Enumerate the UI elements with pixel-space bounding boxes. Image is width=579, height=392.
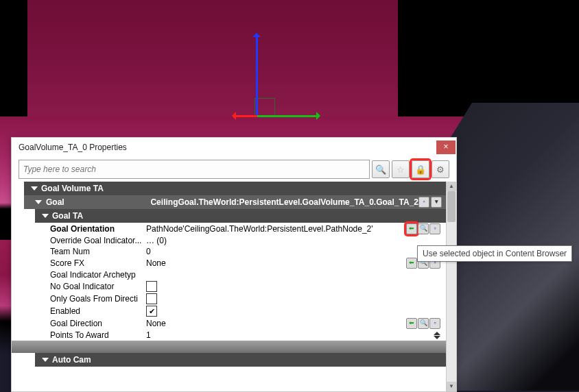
clear-icon[interactable]: ▫ [429,318,440,329]
section-goal-volume-ta[interactable]: Goal Volume TA [24,182,446,195]
property-goal[interactable]: Goal CeilingGoal.TheWorld:PersistentLeve… [24,195,446,209]
caret-icon [42,358,49,362]
property-goal-indicator-archetype[interactable]: Goal Indicator Archetyp [12,269,446,280]
caret-icon [42,214,49,218]
prop-value: 1 [146,330,151,340]
gear-icon: ⚙ [436,164,445,175]
property-team-num[interactable]: Team Num 0 [12,246,446,257]
star-icon: ☆ [397,164,405,175]
close-button[interactable]: × [436,140,456,154]
gizmo-axis-x[interactable] [257,115,319,117]
prop-label: Only Goals From Directi [50,294,146,304]
lock-button[interactable]: 🔒 [412,160,429,178]
tooltip: Use selected object in Content Browser [417,245,572,262]
prop-label: Goal Indicator Archetyp [50,270,146,280]
find-icon[interactable]: 🔍 [418,223,429,234]
scroll-up-icon[interactable]: ▲ [447,182,456,191]
search-icon: 🔍 [375,164,386,175]
transform-gizmo[interactable] [250,34,333,130]
section-divider [12,341,446,353]
use-selected-icon[interactable]: ⬅ [406,318,417,329]
settings-button[interactable]: ⚙ [432,160,449,178]
prop-label: Points To Award [50,330,146,340]
prop-value: 0 [146,247,151,256]
prop-label: No Goal Indicator [50,282,146,291]
prop-label: Goal Orientation [50,224,146,234]
toolbar: 🔍 ☆ 🔒 ⚙ [12,157,456,182]
clear-icon[interactable]: ▫ [429,223,440,234]
scroll-thumb[interactable] [447,191,456,222]
stepper-down-icon[interactable] [434,336,440,339]
property-score-fx[interactable]: Score FX None ⬅ 🔍 ▫ [12,257,446,269]
section-auto-cam[interactable]: Auto Cam [35,353,446,367]
prop-value: PathNode'CeilingGoal.TheWorld:Persistent… [146,224,373,234]
property-goal-orientation[interactable]: Goal Orientation PathNode'CeilingGoal.Th… [12,223,446,235]
stepper-up-icon[interactable] [434,332,440,335]
section-label: Auto Cam [52,355,91,365]
section-goal-ta[interactable]: Goal TA [35,209,446,223]
use-selected-content-browser-button[interactable]: ⬅ [406,223,417,234]
checkbox[interactable]: ✔ [146,306,157,317]
prop-label: Team Num [50,247,146,256]
titlebar[interactable]: GoalVolume_TA_0 Properties × [12,138,456,157]
checkbox[interactable] [146,293,157,304]
find-icon[interactable]: 🔍 [418,318,429,329]
property-goal-direction[interactable]: Goal Direction None ⬅ 🔍 ▫ [12,317,446,330]
property-no-goal-indicator[interactable]: No Goal Indicator [12,280,446,293]
lock-icon: 🔒 [415,164,426,175]
checkbox[interactable] [146,281,157,292]
use-selected-icon[interactable]: ⬅ [406,258,417,269]
properties-window: GoalVolume_TA_0 Properties × 🔍 ☆ 🔒 ⚙ Goa… [11,137,457,392]
prop-label: Override Goal Indicator... [50,236,146,245]
property-only-goals-from-direction[interactable]: Only Goals From Directi [12,293,446,305]
window-title: GoalVolume_TA_0 Properties [19,143,127,152]
search-input[interactable] [19,160,370,179]
property-enabled[interactable]: Enabled ✔ [12,305,446,317]
prop-label: Goal Direction [50,319,146,328]
caret-icon [35,200,42,204]
prop-value: CeilingGoal.TheWorld:PersistentLevel.Goa… [150,197,418,207]
section-label: Goal TA [52,211,83,221]
prop-value: … (0) [146,236,167,245]
gizmo-axis-y[interactable] [233,115,257,117]
gizmo-axis-z[interactable] [256,34,258,117]
prop-label: Enabled [50,306,146,316]
vertical-scrollbar[interactable]: ▲ ▼ [446,182,456,391]
property-points-to-award[interactable]: Points To Award 1 [12,330,446,341]
search-button[interactable]: 🔍 [372,160,390,178]
prop-label: Score FX [50,258,146,268]
caret-down-icon[interactable]: ▾ [431,197,442,208]
scroll-down-icon[interactable]: ▼ [447,382,456,391]
prop-value: None [146,258,166,268]
favorite-button[interactable]: ☆ [392,160,410,178]
tooltip-text: Use selected object in Content Browser [423,249,567,258]
prop-label: Goal [46,197,150,207]
browse-icon[interactable]: ▫ [418,197,429,208]
property-override-goal-indicator[interactable]: Override Goal Indicator... … (0) [12,235,446,246]
section-label: Goal Volume TA [41,184,104,193]
prop-value: None [146,319,166,328]
caret-icon [31,186,38,191]
properties-content: Goal Volume TA Goal CeilingGoal.TheWorld… [12,182,446,391]
